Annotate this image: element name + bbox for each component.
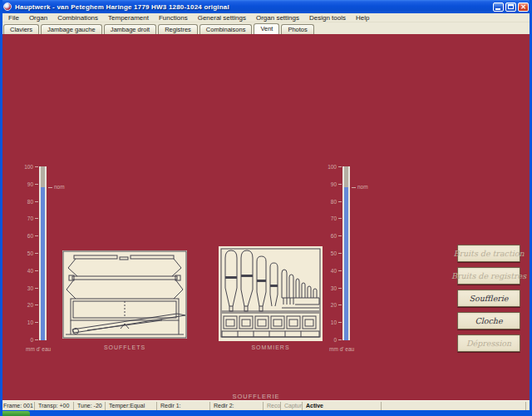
gauge-tick-mark	[338, 305, 342, 305]
page-title: SOUFFLERIE	[194, 393, 318, 400]
gauge-tick-mark	[35, 253, 38, 254]
gauge-tick-label: 30	[21, 285, 33, 291]
gauge-tick-label: 70	[21, 215, 33, 221]
status-temper-equal: Temper:Equal	[105, 402, 156, 410]
gauge-tick-label: 100	[21, 164, 33, 170]
tab-vent[interactable]: Vent	[254, 23, 279, 34]
gauge-tick-label: 80	[21, 199, 33, 205]
close-icon: ✕	[519, 3, 528, 11]
window-bottom-frame	[0, 410, 532, 416]
gauge-tick-mark	[338, 288, 342, 289]
gauge-tick-label: 90	[21, 181, 33, 187]
hauptwerk-window: Hauptwerk - van Peteghem Haringe 1779 HW…	[0, 0, 532, 416]
menu-item-general-settings[interactable]: General settings	[193, 13, 251, 22]
menu-item-file[interactable]: File	[3, 13, 24, 22]
taskbar-start-sliver[interactable]	[0, 411, 30, 416]
gauge-tick-mark	[35, 201, 38, 202]
gauge-tick-label: 20	[324, 302, 337, 308]
gauge-tube	[342, 166, 350, 340]
gauge-tick-label: 0	[324, 337, 337, 343]
gauge-tick-mark	[338, 201, 342, 202]
gauge-tick-label: 10	[324, 319, 337, 325]
gauge-fill	[41, 166, 45, 340]
gauge-nominal-mark	[48, 187, 52, 188]
window-title: Hauptwerk - van Peteghem Haringe 1779 HW…	[15, 3, 491, 11]
gauge-tick-label: 90	[324, 181, 337, 187]
gauge-tick-mark	[338, 184, 342, 185]
gauge-nominal-label: nom	[357, 184, 368, 190]
gauge-tick-mark	[338, 253, 342, 254]
gauge-tick-label: 100	[324, 164, 337, 170]
gauge-tick-label: 40	[21, 268, 33, 274]
gauge-tick-label: 20	[21, 302, 33, 308]
status-frame-001: Frame: 001	[0, 402, 34, 410]
status-transp-00: Transp: +00	[34, 402, 73, 410]
gauge-tick-mark	[35, 339, 38, 340]
gauge-tick-mark	[338, 322, 342, 323]
tab-bar: ClaviersJambage gaucheJambage droitRegis…	[0, 22, 532, 34]
menu-item-help[interactable]: Help	[351, 13, 374, 22]
menu-item-organ-settings[interactable]: Organ settings	[251, 13, 304, 22]
menu-bar: FileOrganCombinationsTemperamentFunction…	[0, 13, 532, 22]
menu-item-combinations[interactable]: Combinations	[52, 13, 103, 22]
status-tune-20: Tune: -20	[73, 402, 105, 410]
stop-button-bruits-de-traction[interactable]: Bruits de traction	[457, 245, 520, 262]
menu-item-temperament[interactable]: Temperament	[103, 13, 154, 22]
gauge-tick-label: 60	[21, 233, 33, 239]
stop-button-soufflerie[interactable]: Soufflerie	[457, 290, 520, 307]
wind-gauge-right: 1009080706050403020100nommm d' eau	[324, 165, 389, 358]
gauge-tick-label: 30	[324, 285, 337, 291]
sommiers-caption: SOMMIERS	[219, 344, 323, 350]
tab-claviers[interactable]: Claviers	[3, 24, 39, 34]
status-redir-2: Redir 2:	[209, 402, 263, 410]
gauge-unit-label: mm d' eau	[329, 346, 354, 352]
tab-jambage-gauche[interactable]: Jambage gauche	[41, 24, 102, 34]
gauge-tick-mark	[338, 235, 342, 236]
close-button[interactable]: ✕	[518, 2, 529, 12]
tab-jambage-droit[interactable]: Jambage droit	[104, 24, 157, 34]
gauge-tick-mark	[35, 184, 38, 185]
minimize-button[interactable]	[493, 2, 504, 12]
gauge-tick-mark	[338, 339, 342, 340]
gauge-tick-label: 40	[324, 268, 337, 274]
gauge-fill	[344, 166, 348, 340]
sommiers-drawing	[219, 246, 323, 341]
gauge-tick-label: 10	[21, 319, 33, 325]
status-spacer	[381, 402, 525, 410]
status-redir-1: Redir 1:	[156, 402, 209, 410]
gauge-tick-mark	[35, 235, 38, 236]
hauptwerk-app-icon	[3, 2, 12, 11]
status-record: Record	[263, 402, 280, 410]
soufflets-drawing	[62, 250, 187, 339]
gauge-tick-mark	[338, 270, 342, 271]
gauge-tick-label: 60	[324, 233, 337, 239]
wind-page: 1009080706050403020100nommm d' eau 10090…	[2, 34, 530, 400]
status-active: Active	[302, 402, 381, 410]
status-resize-grip	[525, 402, 532, 410]
gauge-tick-label: 50	[324, 250, 337, 256]
gauge-tick-mark	[338, 218, 342, 219]
gauge-tick-label: 80	[324, 199, 337, 205]
gauge-tick-label: 50	[21, 250, 33, 256]
status-capture: Capture	[280, 402, 302, 410]
menu-item-functions[interactable]: Functions	[154, 13, 193, 22]
stop-button-stack: Bruits de tractionBruits de registresSou…	[457, 245, 520, 357]
gauge-tick-mark	[35, 322, 38, 323]
tab-photos[interactable]: Photos	[281, 24, 313, 34]
stop-button-de-pression[interactable]: Dépression	[457, 334, 520, 352]
maximize-button[interactable]	[505, 2, 516, 12]
maximize-icon	[508, 4, 514, 9]
gauge-tick-mark	[338, 166, 342, 167]
menu-item-organ[interactable]: Organ	[24, 13, 52, 22]
stop-button-bruits-de-registres[interactable]: Bruits de registres	[457, 267, 520, 285]
menu-item-design-tools[interactable]: Design tools	[304, 13, 351, 22]
gauge-tick-mark	[35, 305, 38, 305]
gauge-nominal-mark	[352, 187, 356, 188]
tab-registres[interactable]: Registres	[158, 24, 198, 34]
gauge-unit-label: mm d' eau	[26, 346, 51, 352]
stop-button-cloche[interactable]: Cloche	[457, 312, 520, 329]
gauge-tube	[39, 166, 47, 340]
tab-combinaisons[interactable]: Combinaisons	[200, 24, 253, 34]
title-bar[interactable]: Hauptwerk - van Peteghem Haringe 1779 HW…	[0, 0, 532, 13]
gauge-tick-label: 0	[21, 337, 33, 343]
